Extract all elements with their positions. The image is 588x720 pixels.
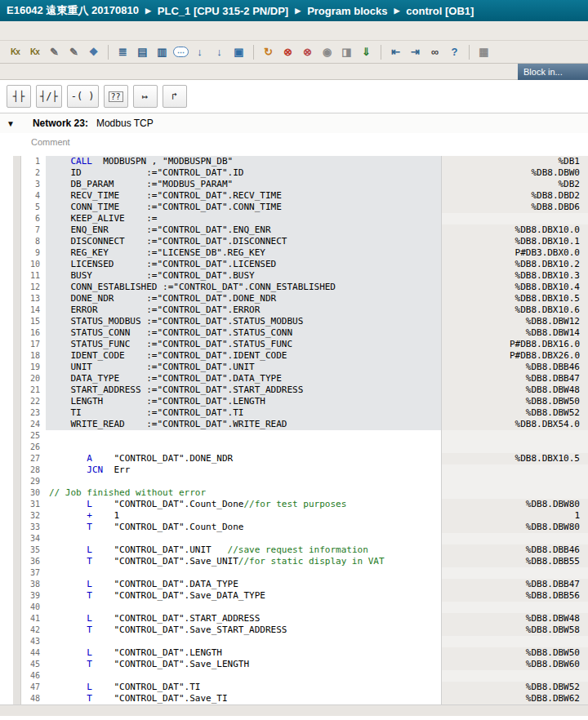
code-text[interactable]: JCN Err [46, 464, 441, 476]
block-call-icon[interactable]: ▦ [475, 43, 492, 60]
jump-label-button[interactable]: ↦ [133, 85, 158, 108]
expand-networks-icon[interactable]: ≣ [114, 43, 131, 60]
code-text[interactable]: DONE_NDR :="CONTROL_DAT".DONE_NDR [46, 293, 441, 304]
code-text[interactable]: L "CONTROL_DAT".START_ADDRESS [46, 613, 441, 624]
code-text[interactable]: A "CONTROL_DAT".DONE_NDR [46, 453, 441, 464]
operand-address: %DB8.DBB46 [441, 362, 588, 373]
code-text[interactable]: L "CONTROL_DAT".Count_Done//for test pur… [46, 499, 441, 510]
network-comments-icon[interactable]: ⋯ [173, 47, 189, 57]
code-text[interactable]: + 1 [46, 510, 441, 522]
code-text[interactable]: // Job finished without error [46, 487, 441, 499]
snapshot-icon[interactable]: ❖ [85, 43, 102, 60]
go-online-icon[interactable]: ↻ [260, 43, 277, 60]
block-interface-pane-header[interactable]: Block in... [518, 64, 588, 80]
favorites-icon[interactable]: ▥ [154, 43, 171, 60]
line-number: 1 [21, 156, 46, 167]
breadcrumb-item[interactable]: Program blocks [307, 5, 387, 17]
insert-network-icon[interactable]: Kx [7, 43, 24, 60]
normally-closed-contact-button[interactable]: ┤/├ [36, 85, 62, 108]
sync-upload-icon[interactable]: ⇤ [387, 43, 404, 60]
editor-left-margin [0, 179, 13, 190]
line-number: 9 [21, 247, 46, 259]
open-branch-button[interactable]: ↱ [163, 85, 187, 108]
normally-open-contact-button[interactable]: ┤├ [7, 85, 31, 108]
code-text[interactable]: STATUS_MODBUS :="CONTROL_DAT".STATUS_MOD… [46, 316, 441, 327]
operand-address: P#DB8.DBX16.0 [441, 339, 588, 350]
network-comment-placeholder[interactable]: Comment [31, 137, 70, 147]
help-icon[interactable]: ? [446, 43, 463, 60]
code-text[interactable]: CONN_ESTABLISHED :="CONTROL_DAT".CONN_ES… [46, 282, 441, 293]
sync-download-icon[interactable]: ⇥ [407, 43, 424, 60]
code-text[interactable]: L "CONTROL_DAT".DATA_TYPE [46, 579, 441, 590]
collapse-networks-icon[interactable]: ▤ [134, 43, 151, 60]
go-offline-icon[interactable]: ⊗ [279, 43, 296, 60]
cancel-monitor-icon[interactable]: ⊗ [299, 43, 316, 60]
code-text[interactable]: ID :="CONTROL_DAT".ID [46, 167, 441, 179]
code-text[interactable]: T "CONTROL_DAT".Save_START_ADDRESS [46, 624, 441, 636]
absolute-symbolic-operands-icon[interactable]: ▣ [230, 43, 247, 60]
code-text[interactable] [46, 602, 441, 613]
stop-cpu-icon[interactable]: ◨ [338, 43, 355, 60]
code-text[interactable]: KEEP_ALIVE := [46, 213, 441, 224]
code-text[interactable]: DB_PARAM :="MODBUS_PARAM" [46, 179, 441, 190]
line-number: 18 [21, 350, 46, 362]
breadcrumb-item[interactable]: E16042 遠東重八 20170810 [7, 3, 139, 18]
monitoring-glasses-icon[interactable]: ∞ [426, 43, 443, 60]
code-text[interactable] [46, 430, 441, 442]
operand-address [441, 487, 588, 499]
network-number-label[interactable]: Network 23: [33, 118, 88, 129]
code-text[interactable]: T "CONTROL_DAT".Save_UNIT//for static di… [46, 556, 441, 567]
network-title[interactable]: Modbus TCP [96, 118, 154, 129]
code-text[interactable] [46, 533, 441, 544]
code-text[interactable] [46, 636, 441, 647]
code-text[interactable]: T "CONTROL_DAT".Save_LENGTH [46, 659, 441, 670]
line-number: 5 [21, 202, 46, 213]
editor-left-margin [0, 567, 13, 579]
operand-address: %DB8.DBB55 [441, 556, 588, 567]
coil-button[interactable]: -( ) [67, 85, 99, 108]
network-collapse-icon[interactable]: ▼ [7, 119, 15, 128]
code-text[interactable]: IDENT_CODE :="CONTROL_DAT".IDENT_CODE [46, 350, 441, 362]
code-text[interactable]: T "CONTROL_DAT".Save_TI [46, 693, 441, 704]
editor-left-margin [0, 499, 13, 510]
code-text[interactable]: T "CONTROL_DAT".Count_Done [46, 522, 441, 533]
breadcrumb-item[interactable]: control [OB1] [406, 5, 474, 17]
code-text[interactable]: L "CONTROL_DAT".TI [46, 682, 441, 693]
code-text[interactable]: REG_KEY :="LICENSE_DB".REG_KEY [46, 247, 441, 259]
insert-empty-network-icon[interactable]: Kx [26, 43, 43, 60]
code-text[interactable]: ERROR :="CONTROL_DAT".ERROR [46, 304, 441, 316]
download-to-device-icon[interactable]: ⇓ [358, 43, 375, 60]
upload-from-device-icon[interactable]: ↓ [211, 43, 228, 60]
code-text[interactable]: L "CONTROL_DAT".UNIT //save request info… [46, 544, 441, 556]
code-text[interactable]: UNIT :="CONTROL_DAT".UNIT [46, 362, 441, 373]
code-text[interactable]: DATA_TYPE :="CONTROL_DAT".DATA_TYPE [46, 373, 441, 384]
code-text[interactable]: STATUS_CONN :="CONTROL_DAT".STATUS_CONN [46, 327, 441, 339]
start-cpu-icon[interactable]: ◉ [318, 43, 336, 60]
code-text[interactable]: T "CONTROL_DAT".Save_DATA_TYPE [46, 590, 441, 602]
code-text[interactable]: START_ADDRESS :="CONTROL_DAT".START_ADDR… [46, 384, 441, 396]
operand-address [441, 636, 588, 647]
code-text[interactable] [46, 476, 441, 487]
code-text[interactable]: TI :="CONTROL_DAT".TI [46, 407, 441, 419]
code-text[interactable]: ENQ_ENR :="CONTROL_DAT".ENQ_ENR [46, 224, 441, 236]
reset-start-values-icon[interactable]: ✎ [46, 43, 63, 60]
code-text[interactable]: WRITE_READ :="CONTROL_DAT".WRITE_READ [46, 419, 441, 430]
bottom-scroll-strip[interactable] [0, 704, 588, 716]
breadcrumb-item[interactable]: PLC_1 [CPU 315-2 PN/DP] [158, 5, 288, 17]
code-text[interactable]: BUSY :="CONTROL_DAT".BUSY [46, 270, 441, 282]
code-text[interactable] [46, 670, 441, 682]
code-text[interactable]: STATUS_FUNC :="CONTROL_DAT".STATUS_FUNC [46, 339, 441, 350]
code-text[interactable] [46, 567, 441, 579]
code-text[interactable]: CALL MODBUSPN , "MODBUSPN_DB" [46, 156, 441, 167]
keep-actual-values-icon[interactable]: ✎ [65, 43, 82, 60]
code-text[interactable]: LICENSED :="CONTROL_DAT".LICENSED [46, 259, 441, 270]
code-line: 46 [0, 670, 588, 682]
code-text[interactable]: DISCONNECT :="CONTROL_DAT".DISCONNECT [46, 236, 441, 247]
code-text[interactable]: LENGTH :="CONTROL_DAT".LENGTH [46, 396, 441, 407]
code-text[interactable]: L "CONTROL_DAT".LENGTH [46, 647, 441, 659]
code-text[interactable]: RECV_TIME :="CONTROL_DAT".RECV_TIME [46, 190, 441, 202]
code-text[interactable] [46, 442, 441, 453]
code-text[interactable]: CONN_TIME :="CONTROL_DAT".CONN_TIME [46, 202, 441, 213]
empty-box-button[interactable]: ?? [104, 85, 128, 108]
download-call-environment-icon[interactable]: ↓ [191, 43, 208, 60]
